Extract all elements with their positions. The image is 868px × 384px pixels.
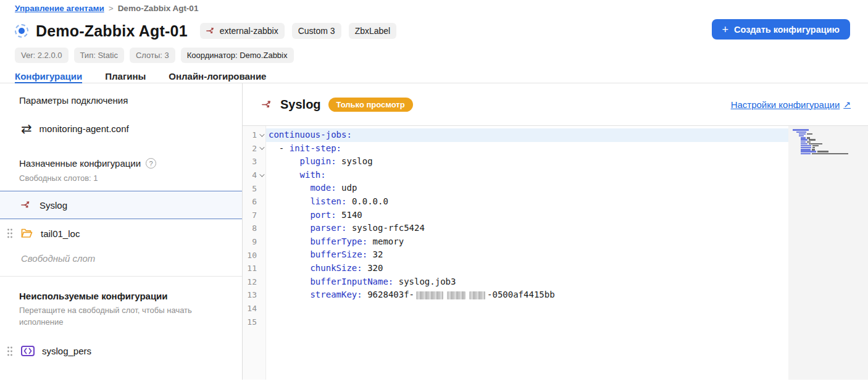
- sync-arrows-icon: ⇄: [21, 122, 32, 135]
- badge-label: ZbxLabel: [355, 26, 391, 36]
- free-slot-placeholder[interactable]: Свободный слот: [0, 253, 242, 264]
- folder-icon: [21, 228, 33, 239]
- line-number: 8: [243, 222, 265, 235]
- split-arrow-icon: [262, 99, 273, 111]
- line-number[interactable]: 4: [243, 169, 265, 182]
- code-line[interactable]: parser: syslog-rfc5424: [266, 222, 788, 235]
- line-number: 13: [243, 288, 265, 302]
- meta-slots: Слоты: 3: [130, 48, 175, 63]
- code-line[interactable]: bufferType: memory: [266, 235, 788, 249]
- editor-gutter: 123456789101112131415: [243, 126, 266, 380]
- connection-params-heading: Параметры подключения: [0, 95, 242, 106]
- badge-custom-3: Custom 3: [292, 23, 341, 39]
- configurations-sidebar: Параметры подключения ⇄ monitoring-agent…: [0, 83, 243, 380]
- tab-configurations[interactable]: Конфигурации: [15, 71, 82, 83]
- sidebar-item-monitoring-agent-conf[interactable]: ⇄ monitoring-agent.conf: [0, 114, 242, 143]
- code-line[interactable]: bufferSize: 32: [266, 248, 788, 262]
- meta-version: Ver: 2.2.0.0: [15, 48, 69, 63]
- sidebar-item-label: tail01_loc: [41, 228, 80, 239]
- line-number: 5: [243, 182, 265, 195]
- split-arrow-icon: [21, 199, 32, 211]
- sidebar-item-tail01-loc[interactable]: tail01_loc: [0, 219, 242, 248]
- free-slots-count: Свободных слотов: 1: [0, 173, 242, 183]
- line-number: 14: [243, 302, 265, 315]
- agent-status-icon: [15, 24, 28, 38]
- split-arrow-icon: [206, 26, 216, 36]
- code-line[interactable]: bufferInputName: syslog.job3: [266, 275, 788, 289]
- code-line[interactable]: with:: [266, 169, 788, 182]
- code-line[interactable]: port: 5140: [266, 209, 788, 222]
- code-line[interactable]: [266, 315, 788, 328]
- drag-handle-icon[interactable]: [6, 228, 14, 239]
- yaml-editor[interactable]: 123456789101112131415 continuous-jobs: -…: [243, 126, 868, 380]
- sidebar-item-label: Syslog: [40, 200, 67, 211]
- line-number[interactable]: 1: [243, 128, 265, 142]
- code-line[interactable]: chunkSize: 320: [266, 262, 788, 275]
- breadcrumb-current: Demo-Zabbix Agt-01: [118, 4, 199, 13]
- agent-meta: Ver: 2.2.0.0 Тип: Static Слоты: 3 Коорди…: [0, 42, 868, 63]
- minimap-line: [793, 157, 868, 159]
- meta-coordinator: Координатор: Demo.Zabbix: [181, 48, 294, 63]
- fold-chevron-icon[interactable]: [259, 172, 264, 177]
- code-icon: [21, 346, 35, 356]
- line-number: 6: [243, 195, 265, 209]
- redacted-text: [416, 291, 443, 299]
- configuration-title: Syslog: [280, 98, 321, 112]
- line-number: 10: [243, 248, 265, 262]
- configuration-header: Syslog Только просмотр Настройки конфигу…: [243, 83, 868, 126]
- code-line[interactable]: streamKey: 9628403f--0500af4415bb: [266, 288, 788, 302]
- editor-code[interactable]: continuous-jobs: - init-step: plugin: sy…: [266, 126, 788, 380]
- breadcrumb-separator: >: [109, 4, 114, 13]
- readonly-badge: Только просмотр: [328, 98, 413, 112]
- code-line[interactable]: continuous-jobs:: [266, 128, 788, 142]
- code-line[interactable]: listen: 0.0.0.0: [266, 195, 788, 209]
- line-number: 15: [243, 315, 265, 328]
- page-title: Demo-Zabbix Agt-01: [36, 22, 188, 40]
- line-number: 7: [243, 209, 265, 222]
- meta-type: Тип: Static: [74, 48, 124, 63]
- settings-link-label: Настройки конфигурации: [731, 99, 840, 110]
- line-number: 3: [243, 155, 265, 169]
- sidebar-item-syslog[interactable]: Syslog: [0, 191, 242, 219]
- breadcrumb: Управление агентами > Demo-Zabbix Agt-01: [0, 0, 868, 13]
- configuration-settings-link[interactable]: Настройки конфигурации ↗: [731, 99, 851, 110]
- redacted-text: [469, 291, 485, 299]
- assigned-configs-title: Назначенные конфигурации: [19, 158, 141, 169]
- badge-external-zabbix: external-zabbix: [200, 23, 285, 39]
- sidebar-item-label: syslog_pers: [42, 346, 91, 356]
- badge-label: external-zabbix: [220, 26, 278, 36]
- help-icon[interactable]: ?: [146, 158, 156, 169]
- editor-minimap[interactable]: [788, 126, 868, 380]
- badge-label: Custom 3: [298, 26, 335, 36]
- sidebar-divider: [0, 276, 242, 277]
- code-line[interactable]: - init-step:: [266, 142, 788, 156]
- tab-plugins[interactable]: Плагины: [105, 71, 146, 83]
- line-number: 11: [243, 262, 265, 275]
- plus-icon: +: [722, 24, 729, 35]
- line-number: 12: [243, 275, 265, 289]
- tab-online-logging[interactable]: Онлайн-логирование: [169, 71, 266, 83]
- unused-configs-hint: Перетащите на свободный слот, чтобы нача…: [0, 305, 198, 328]
- agent-management-page: Управление агентами > Demo-Zabbix Agt-01…: [0, 0, 868, 384]
- create-configuration-label: Создать конфигурацию: [734, 25, 840, 35]
- code-line[interactable]: [266, 302, 788, 315]
- configuration-panel: Syslog Только просмотр Настройки конфигу…: [243, 83, 868, 380]
- redacted-text: [447, 291, 465, 299]
- code-line[interactable]: plugin: syslog: [266, 155, 788, 169]
- sidebar-item-label: monitoring-agent.conf: [40, 123, 129, 134]
- line-number[interactable]: 2: [243, 142, 265, 156]
- drag-handle-icon[interactable]: [6, 346, 14, 357]
- agent-header: Demo-Zabbix Agt-01 external-zabbix Custo…: [0, 13, 868, 42]
- line-number: 9: [243, 235, 265, 249]
- sidebar-item-syslog-pers[interactable]: syslog_pers: [0, 337, 242, 365]
- create-configuration-button[interactable]: + Создать конфигурацию: [712, 19, 851, 40]
- assigned-configs-heading: Назначенные конфигурации ?: [0, 158, 242, 169]
- external-link-icon: ↗: [843, 99, 851, 109]
- fold-chevron-icon[interactable]: [259, 131, 264, 136]
- tab-bar: Конфигурации Плагины Онлайн-логирование: [0, 63, 868, 83]
- fold-chevron-icon[interactable]: [259, 145, 264, 150]
- badge-zbxlabel: ZbxLabel: [349, 23, 397, 39]
- unused-configs-heading: Неиспользуемые конфигурации: [0, 291, 242, 301]
- breadcrumb-link-agent-management[interactable]: Управление агентами: [15, 4, 104, 13]
- code-line[interactable]: mode: udp: [266, 182, 788, 195]
